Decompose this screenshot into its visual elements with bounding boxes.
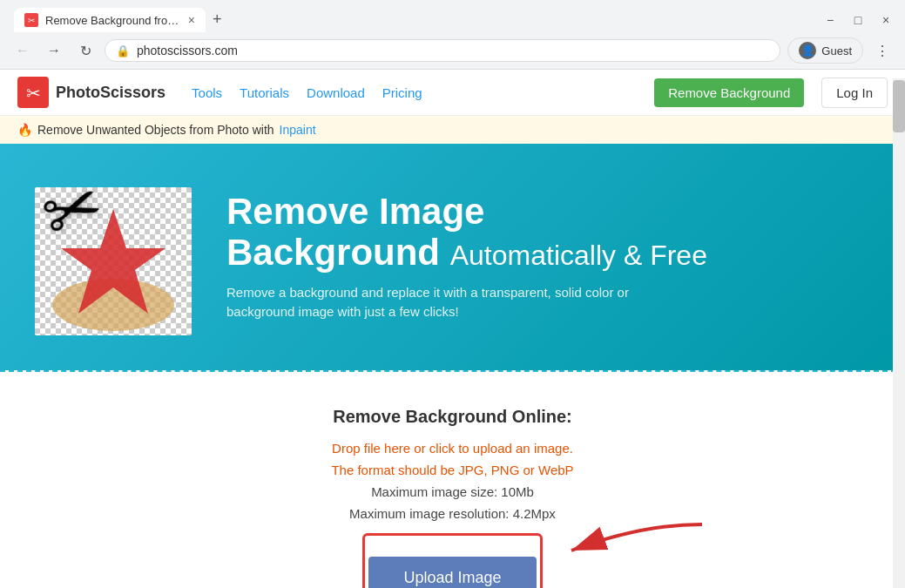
new-tab-button[interactable]: + (206, 7, 229, 32)
address-bar: ← → ↻ 🔒 photoscissors.com 👤 Guest ⋮ (0, 32, 905, 69)
scrollbar-track (893, 78, 905, 588)
guest-label: Guest (821, 44, 852, 57)
guest-button[interactable]: 👤 Guest (787, 37, 863, 64)
browser-menu-button[interactable]: ⋮ (870, 38, 895, 63)
login-button[interactable]: Log In (821, 78, 888, 108)
upload-image-button[interactable]: Upload Image (368, 557, 536, 588)
nav-pricing[interactable]: Pricing (382, 85, 422, 100)
url-bar[interactable]: 🔒 photoscissors.com (105, 39, 780, 62)
arrow-svg (554, 516, 711, 577)
forward-button[interactable]: → (42, 38, 66, 63)
browser-window: ✂ Remove Background from Im... × + − □ ×… (0, 0, 905, 588)
tab-favicon: ✂ (24, 13, 38, 27)
hero-subtitle: Remove a background and replace it with … (226, 283, 662, 322)
upload-line2: The format should be JPG, PNG or WebP (331, 463, 573, 477)
tab-title: Remove Background from Im... (45, 14, 181, 27)
fire-icon: 🔥 (17, 123, 32, 137)
hero-title-auto: Automatically & Free (450, 240, 707, 271)
nav-tools[interactable]: Tools (192, 85, 222, 100)
hero-text: Remove Image Background Automatically & … (226, 192, 707, 321)
upload-button-wrapper: Upload Image (362, 533, 542, 588)
logo-area: ✂ PhotoScissors (17, 77, 165, 108)
remove-background-button[interactable]: Remove Background (654, 78, 804, 107)
upload-line3: Maximum image size: 10Mb (371, 484, 534, 499)
nav-download[interactable]: Download (307, 85, 365, 100)
guest-avatar-icon: 👤 (799, 42, 816, 59)
logo-text: PhotoScissors (56, 84, 165, 102)
url-text: photoscissors.com (137, 44, 769, 57)
tab-close-btn[interactable]: × (188, 13, 195, 27)
close-button[interactable]: × (874, 8, 898, 32)
upload-title: Remove Background Online: (333, 407, 572, 427)
back-button[interactable]: ← (10, 38, 35, 63)
hero-title-line1: Remove Image (226, 192, 707, 232)
banner-text: Remove Unwanted Objects from Photo with (37, 123, 274, 137)
url-lock-icon: 🔒 (116, 44, 130, 57)
maximize-button[interactable]: □ (846, 8, 870, 32)
promo-banner: 🔥 Remove Unwanted Objects from Photo wit… (0, 116, 905, 144)
upload-line1: Drop file here or click to upload an ima… (332, 441, 573, 456)
hero-section: ✂ Remove Image Background Automatically … (0, 144, 905, 370)
arrow-indicator (554, 516, 711, 580)
hero-image-wrapper: ✂ (26, 170, 200, 344)
upload-section[interactable]: Remove Background Online: Drop file here… (0, 370, 905, 588)
website-content: ✂ PhotoScissors Tools Tutorials Download… (0, 70, 905, 588)
hero-title-line2: Background (226, 232, 440, 273)
hero-title: Remove Image Background Automatically & … (226, 192, 707, 272)
window-controls: − □ × (818, 8, 898, 32)
upload-line4: Maximum image resolution: 4.2Mpx (349, 506, 556, 521)
title-bar: ✂ Remove Background from Im... × + − □ ×… (0, 0, 905, 70)
svg-text:✂: ✂ (26, 84, 41, 103)
logo-icon: ✂ (17, 77, 49, 108)
minimize-button[interactable]: − (818, 8, 842, 32)
banner-link[interactable]: Inpaint (280, 123, 316, 137)
site-nav: ✂ PhotoScissors Tools Tutorials Download… (0, 70, 905, 116)
scrollbar-thumb[interactable] (893, 80, 905, 132)
active-tab[interactable]: ✂ Remove Background from Im... × (14, 8, 206, 32)
nav-tutorials[interactable]: Tutorials (240, 85, 289, 100)
nav-links: Tools Tutorials Download Pricing (192, 85, 422, 100)
refresh-button[interactable]: ↻ (73, 38, 98, 63)
